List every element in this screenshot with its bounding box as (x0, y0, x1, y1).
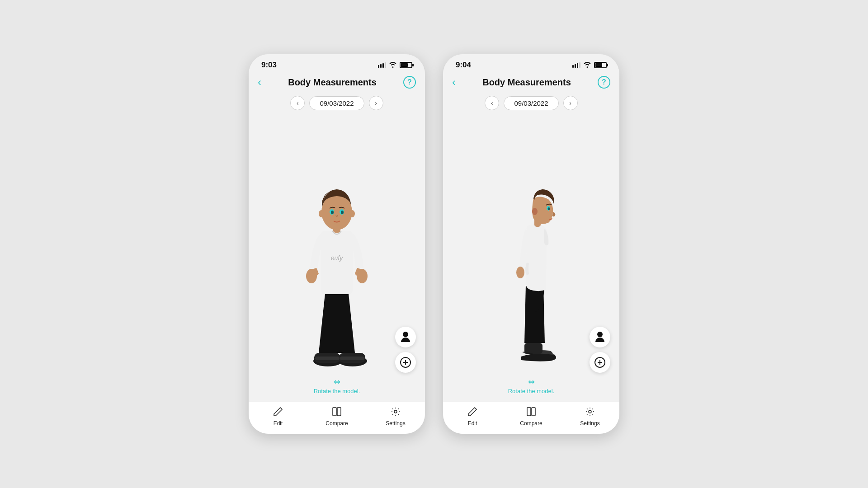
svg-point-15 (341, 211, 344, 214)
compare-label-2: Compare (520, 420, 542, 427)
compare-icon-1 (332, 407, 342, 419)
svg-rect-5 (340, 357, 364, 360)
nav-item-edit-2[interactable]: Edit (443, 407, 502, 427)
signal-icon-1 (378, 62, 386, 68)
svg-point-18 (403, 332, 408, 337)
status-time-2: 9:04 (456, 61, 471, 70)
compare-icon-2 (526, 407, 536, 419)
status-icons-1 (378, 61, 412, 69)
date-next-button-2[interactable]: › (563, 96, 578, 110)
edit-label-2: Edit (468, 420, 477, 427)
battery-icon-1 (400, 62, 412, 68)
wifi-icon-1 (389, 61, 397, 69)
crosshair-icon-2 (594, 357, 605, 368)
nav-item-settings-2[interactable]: Settings (561, 407, 619, 427)
date-prev-button-2[interactable]: ‹ (485, 96, 499, 110)
phone-2: 9:04 ‹ Body Measurements ? ‹ 0 (443, 54, 619, 434)
phone-1: 9:03 ‹ Body Measurements ? ‹ 0 (249, 54, 425, 434)
svg-rect-31 (532, 408, 535, 416)
date-next-button-1[interactable]: › (369, 96, 383, 110)
svg-rect-6 (321, 231, 353, 294)
date-prev-button-1[interactable]: ‹ (290, 96, 305, 110)
svg-point-26 (532, 208, 538, 215)
status-bar-1: 9:03 (249, 54, 425, 72)
nav-item-settings-1[interactable]: Settings (366, 407, 425, 427)
target-button-1[interactable] (395, 352, 416, 373)
svg-rect-20 (337, 408, 341, 416)
nav-item-compare-1[interactable]: Compare (307, 407, 366, 427)
settings-icon-1 (391, 407, 401, 419)
back-button-2[interactable]: ‹ (452, 76, 456, 89)
person-view-button-2[interactable] (590, 327, 610, 347)
rotate-hint-1: ⇔ Rotate the model. (249, 377, 425, 394)
target-button-2[interactable] (590, 352, 610, 373)
nav-header-1: ‹ Body Measurements ? (249, 72, 425, 92)
settings-icon-2 (585, 407, 595, 419)
edit-label-1: Edit (274, 420, 283, 427)
date-display-1: 09/03/2022 (309, 96, 364, 110)
nav-item-compare-2[interactable]: Compare (502, 407, 561, 427)
compare-label-1: Compare (326, 420, 348, 427)
back-button-1[interactable]: ‹ (258, 76, 261, 89)
status-time-1: 9:03 (261, 61, 277, 70)
nav-header-2: ‹ Body Measurements ? (443, 72, 619, 92)
svg-rect-4 (315, 357, 340, 360)
bottom-nav-2: Edit Compare Settings (443, 402, 619, 434)
svg-text:eufy: eufy (331, 254, 343, 262)
svg-point-16 (319, 210, 324, 217)
help-button-2[interactable]: ? (598, 76, 610, 89)
svg-point-22 (394, 410, 397, 413)
wifi-icon-2 (583, 61, 591, 69)
avatar-side (486, 141, 576, 375)
date-nav-1: ‹ 09/03/2022 › (249, 92, 425, 114)
battery-icon-2 (594, 62, 607, 68)
bottom-nav-1: Edit Compare Settings (249, 402, 425, 434)
edit-icon-2 (467, 407, 477, 419)
svg-point-17 (349, 210, 355, 217)
date-display-2: 09/03/2022 (504, 96, 558, 110)
person-view-button-1[interactable] (395, 327, 416, 347)
rotate-hint-2: ⇔ Rotate the model. (443, 377, 619, 394)
svg-point-28 (548, 207, 550, 210)
rotate-icon-1: ⇔ (334, 377, 340, 387)
settings-label-1: Settings (386, 420, 405, 427)
help-button-1[interactable]: ? (403, 76, 416, 89)
rotate-icon-2: ⇔ (528, 377, 535, 387)
svg-rect-23 (524, 343, 542, 354)
svg-rect-30 (527, 408, 531, 416)
svg-point-32 (589, 410, 591, 413)
signal-icon-2 (572, 62, 580, 68)
status-bar-2: 9:04 (443, 54, 619, 72)
settings-label-2: Settings (580, 420, 599, 427)
page-title-1: Body Measurements (288, 77, 377, 88)
svg-point-14 (331, 211, 334, 214)
model-area-2[interactable]: ⇔ Rotate the model. (443, 114, 619, 402)
page-title-2: Body Measurements (482, 77, 571, 88)
nav-item-edit-1[interactable]: Edit (249, 407, 307, 427)
status-icons-2 (572, 61, 607, 69)
svg-rect-19 (333, 408, 336, 416)
svg-point-29 (597, 332, 603, 337)
date-nav-2: ‹ 09/03/2022 › (443, 92, 619, 114)
model-area-1[interactable]: eufy (249, 114, 425, 402)
avatar-front: eufy (287, 145, 387, 371)
edit-icon-1 (273, 407, 283, 419)
crosshair-icon-1 (400, 357, 411, 368)
svg-point-24 (516, 267, 524, 278)
